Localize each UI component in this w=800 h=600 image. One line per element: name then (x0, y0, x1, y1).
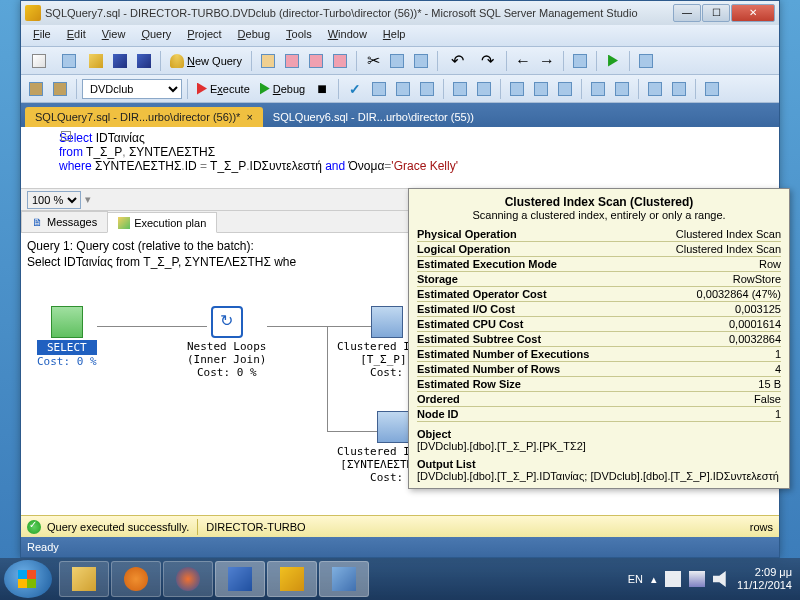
taskbar-firefox[interactable] (163, 561, 213, 597)
tooltip-row: Estimated Subtree Cost0,0032864 (417, 332, 781, 347)
open-button[interactable] (85, 50, 107, 72)
as-dmx-button[interactable] (305, 50, 327, 72)
tooltip-row: Estimated Operator Cost0,0032864 (47%) (417, 287, 781, 302)
menu-tools[interactable]: Tools (278, 25, 320, 46)
estimated-plan-button[interactable] (368, 78, 390, 100)
connect-button[interactable] (25, 78, 47, 100)
titlebar[interactable]: SQLQuery7.sql - DIRECTOR-TURBO.DVDclub (… (21, 1, 779, 25)
dec-indent-button[interactable] (644, 78, 666, 100)
zoom-select[interactable]: 100 % (27, 191, 81, 209)
menu-view[interactable]: View (94, 25, 134, 46)
menu-query[interactable]: Query (133, 25, 179, 46)
clock[interactable]: 2:09 μμ 11/12/2014 (737, 566, 792, 591)
tooltip-row: Estimated Execution ModeRow (417, 257, 781, 272)
taskbar-explorer[interactable] (59, 561, 109, 597)
close-button[interactable]: ✕ (731, 4, 775, 22)
redo-button[interactable]: ↷ (473, 50, 501, 72)
paste-button[interactable] (410, 50, 432, 72)
copy-button[interactable] (386, 50, 408, 72)
cut-button[interactable]: ✂ (362, 50, 384, 72)
taskbar-app[interactable] (319, 561, 369, 597)
save-button[interactable] (109, 50, 131, 72)
parse-button[interactable]: ✓ (344, 78, 366, 100)
change-conn-button[interactable] (49, 78, 71, 100)
tooltip-row: Estimated Number of Rows4 (417, 362, 781, 377)
tooltip-row: Estimated I/O Cost0,003125 (417, 302, 781, 317)
template-button[interactable] (701, 78, 723, 100)
plan-node-select[interactable]: SELECT Cost: 0 % (37, 306, 97, 368)
tooltip-object-value: [DVDclub].[dbo].[Τ_Σ_Ρ].[PK_ΤΣ2] (417, 440, 781, 452)
action-center-icon[interactable] (665, 571, 681, 587)
taskbar-word[interactable] (215, 561, 265, 597)
volume-icon[interactable] (713, 571, 729, 587)
as-xmla-button[interactable] (329, 50, 351, 72)
comment-button[interactable] (587, 78, 609, 100)
nav-fwd-button[interactable]: → (536, 50, 558, 72)
success-icon (27, 520, 41, 534)
include-plan-button[interactable] (449, 78, 471, 100)
debug-button[interactable]: Debug (256, 83, 309, 95)
toolbar-main: New Query ✂ ↶ ↷ ← → (21, 47, 779, 75)
tooltip-row: StorageRowStore (417, 272, 781, 287)
find-button[interactable] (635, 50, 657, 72)
uncomment-button[interactable] (611, 78, 633, 100)
tooltip-row: Estimated Row Size15 B (417, 377, 781, 392)
menu-help[interactable]: Help (375, 25, 414, 46)
as-mdx-button[interactable] (281, 50, 303, 72)
query-statusbar: Query executed successfully. DIRECTOR-TU… (21, 515, 779, 537)
loop-icon (211, 306, 243, 338)
taskbar-mediaplayer[interactable] (111, 561, 161, 597)
taskbar-ssms[interactable] (267, 561, 317, 597)
tab-execution-plan[interactable]: Execution plan (107, 212, 217, 233)
minimize-button[interactable]: — (673, 4, 701, 22)
query-options-button[interactable] (392, 78, 414, 100)
menu-debug[interactable]: Debug (230, 25, 278, 46)
inc-indent-button[interactable] (668, 78, 690, 100)
plan-node-nested-loops[interactable]: Nested Loops (Inner Join) Cost: 0 % (187, 306, 266, 379)
undo-button[interactable]: ↶ (443, 50, 471, 72)
start-button[interactable] (4, 560, 52, 598)
menu-project[interactable]: Project (179, 25, 229, 46)
intellisense-button[interactable] (416, 78, 438, 100)
menu-edit[interactable]: Edit (59, 25, 94, 46)
activity-button[interactable] (569, 50, 591, 72)
maximize-button[interactable]: ☐ (702, 4, 730, 22)
tab-sqlquery6[interactable]: SQLQuery6.sql - DIR...urbo\director (55)… (263, 107, 484, 127)
tray-up-icon[interactable]: ▴ (651, 573, 657, 586)
tooltip-row: OrderedFalse (417, 392, 781, 407)
tooltip-output-value: [DVDclub].[dbo].[Τ_Σ_Ρ].IDΤαινίας; [DVDc… (417, 470, 781, 482)
include-stats-button[interactable] (473, 78, 495, 100)
zoom-dropdown-icon[interactable]: ▾ (85, 193, 91, 206)
network-icon[interactable] (689, 571, 705, 587)
document-tabs: SQLQuery7.sql - DIR...urbo\director (56)… (21, 103, 779, 127)
add-button[interactable] (55, 50, 83, 72)
save-all-button[interactable] (133, 50, 155, 72)
status-ready: Ready (27, 541, 59, 553)
start-button[interactable] (602, 50, 624, 72)
new-project-button[interactable] (25, 50, 53, 72)
scan-icon (377, 411, 409, 443)
tab-sqlquery7[interactable]: SQLQuery7.sql - DIR...urbo\director (56)… (25, 107, 263, 127)
taskbar[interactable]: EN ▴ 2:09 μμ 11/12/2014 (0, 558, 800, 600)
new-query-button[interactable]: New Query (166, 54, 246, 68)
results-text-button[interactable] (506, 78, 528, 100)
fold-icon[interactable]: − (61, 131, 71, 141)
tab-messages[interactable]: 🗎Messages (21, 211, 108, 232)
menu-file[interactable]: File (25, 25, 59, 46)
execute-button[interactable]: Execute (193, 83, 254, 95)
sql-editor[interactable]: − Select IDΤαινίας from Τ_Σ_Ρ, ΣΥΝΤΕΛΕΣΤ… (21, 127, 779, 189)
close-tab-icon[interactable]: × (246, 111, 252, 123)
tooltip-output-header: Output List (417, 458, 781, 470)
system-tray[interactable]: EN ▴ 2:09 μμ 11/12/2014 (628, 566, 796, 591)
tooltip-row: Physical OperationClustered Index Scan (417, 227, 781, 242)
database-select[interactable]: DVDclub (82, 79, 182, 99)
results-file-button[interactable] (554, 78, 576, 100)
results-grid-button[interactable] (530, 78, 552, 100)
cancel-query-button[interactable]: ■ (311, 78, 333, 100)
menu-window[interactable]: Window (320, 25, 375, 46)
nav-back-button[interactable]: ← (512, 50, 534, 72)
db-engine-query-button[interactable] (257, 50, 279, 72)
lang-indicator[interactable]: EN (628, 573, 643, 585)
app-icon (25, 5, 41, 21)
window-title: SQLQuery7.sql - DIRECTOR-TURBO.DVDclub (… (45, 7, 673, 19)
